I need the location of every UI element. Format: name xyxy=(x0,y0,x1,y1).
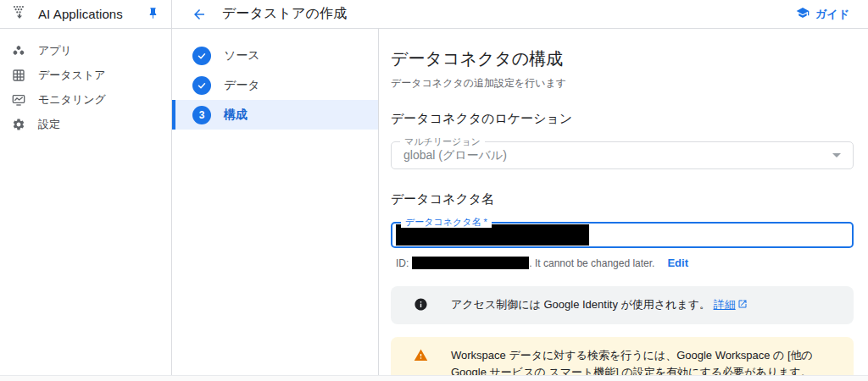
edit-id-link[interactable]: Edit xyxy=(667,257,688,269)
info-banner-text: アクセス制御には Google Identity が使用されます。 xyxy=(451,298,710,311)
id-suffix: . It cannot be changed later. xyxy=(529,257,654,269)
back-arrow-icon[interactable] xyxy=(191,6,208,23)
sidebar-item-apps[interactable]: アプリ xyxy=(0,38,171,63)
sidebar-item-label: データストア xyxy=(38,68,106,83)
sidebar-header: AI Applications xyxy=(0,0,171,29)
step-label: ソース xyxy=(224,48,260,64)
id-prefix: ID: xyxy=(396,257,409,269)
connector-id-row: ID: . It cannot be changed later. Edit xyxy=(391,257,854,269)
form-subtitle: データコネクタの追加設定を行います xyxy=(391,76,854,91)
guide-label: ガイド xyxy=(815,7,849,22)
bottom-divider xyxy=(0,375,868,381)
chevron-down-icon xyxy=(832,153,841,157)
multi-region-label: マルチリージョン xyxy=(400,136,485,147)
ai-applications-logo-icon xyxy=(11,4,28,24)
step-source[interactable]: ソース xyxy=(172,41,378,70)
data-connector-name-label: データコネクタ名 * xyxy=(401,217,492,228)
workarea: ソース データ 3 構成 データコネクタの構成 xyxy=(172,29,868,381)
sidebar: AI Applications アプリ xyxy=(0,0,172,381)
app-name: AI Applications xyxy=(38,7,136,21)
step-complete-check-icon xyxy=(192,76,211,95)
app-window: AI Applications アプリ xyxy=(0,0,868,381)
settings-gear-icon xyxy=(12,118,25,131)
pin-icon[interactable] xyxy=(147,7,159,22)
apps-icon xyxy=(12,44,25,58)
location-section-heading: データコネクタのロケーション xyxy=(391,111,854,127)
stepper-panel: ソース データ 3 構成 xyxy=(172,29,379,381)
multi-region-value: global (グローバル) xyxy=(403,148,832,163)
step-configuration[interactable]: 3 構成 xyxy=(172,100,378,130)
identity-info-banner: アクセス制御には Google Identity が使用されます。 詳細 xyxy=(391,286,854,324)
sidebar-item-label: 設定 xyxy=(38,117,60,132)
warning-banner-text: Workspace データに対する検索を行うには、Google Workspac… xyxy=(451,349,813,378)
content-column: データストアの作成 ガイド ソース xyxy=(172,0,868,381)
data-connector-name-input[interactable]: データコネクタ名 * xyxy=(391,222,854,248)
step-label: データ xyxy=(224,78,260,93)
sidebar-item-datastore[interactable]: データストア xyxy=(0,63,171,87)
datastore-grid-icon xyxy=(12,69,25,82)
main-form: データコネクタの構成 データコネクタの追加設定を行います データコネクタのロケー… xyxy=(379,29,868,381)
guide-school-icon xyxy=(796,6,810,22)
sidebar-item-monitoring[interactable]: モニタリング xyxy=(0,87,171,112)
multi-region-select[interactable]: マルチリージョン global (グローバル) xyxy=(391,141,854,169)
page-title: データストアの作成 xyxy=(222,5,347,23)
sidebar-nav: アプリ データストア xyxy=(0,29,171,136)
external-link-icon xyxy=(737,297,748,314)
guide-link[interactable]: ガイド xyxy=(796,6,849,22)
monitoring-icon xyxy=(12,93,25,107)
warning-icon xyxy=(414,348,428,365)
form-title: データコネクタの構成 xyxy=(391,47,854,70)
info-detail-link[interactable]: 詳細 xyxy=(714,298,748,311)
page-header: データストアの作成 ガイド xyxy=(172,0,868,29)
redacted-id-value xyxy=(412,257,529,269)
sidebar-item-label: アプリ xyxy=(38,43,72,58)
step-number-badge: 3 xyxy=(192,106,211,124)
sidebar-item-settings[interactable]: 設定 xyxy=(0,112,171,136)
step-data[interactable]: データ xyxy=(172,70,378,100)
step-label: 構成 xyxy=(224,108,248,123)
name-section-heading: データコネクタ名 xyxy=(391,191,854,207)
info-icon xyxy=(414,297,428,314)
step-complete-check-icon xyxy=(192,47,211,65)
sidebar-item-label: モニタリング xyxy=(38,92,106,108)
